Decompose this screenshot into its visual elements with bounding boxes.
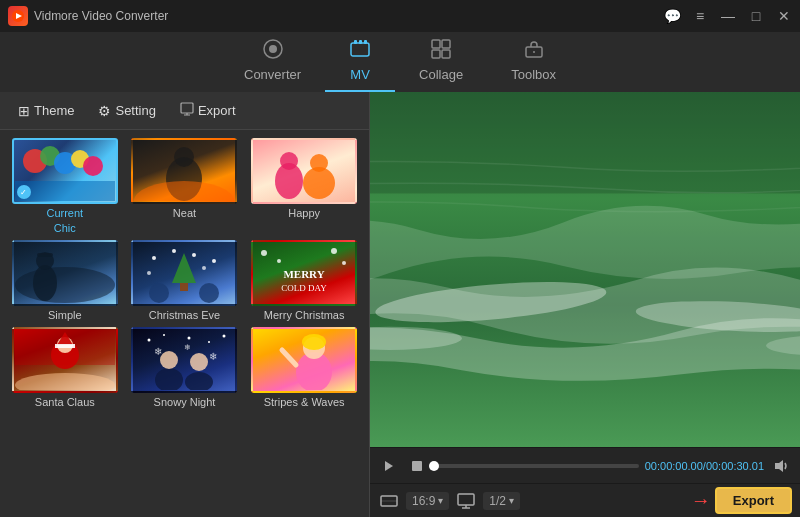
app-logo	[8, 6, 28, 26]
svg-rect-6	[359, 40, 362, 44]
svg-point-37	[147, 271, 151, 275]
svg-marker-77	[385, 461, 393, 471]
progress-bar[interactable]	[434, 464, 639, 468]
svg-rect-78	[412, 461, 422, 471]
nav-mv-label: MV	[350, 67, 370, 82]
svg-point-28	[310, 154, 328, 172]
theme-neat[interactable]: Neat	[128, 138, 242, 234]
title-bar: Vidmore Video Converter 💬 ≡ — □ ✕	[0, 0, 800, 32]
svg-rect-32	[37, 253, 53, 257]
secondary-controls: 16:9 ▾ 1/2 ▾ → Export	[370, 483, 800, 517]
svg-rect-54	[55, 344, 75, 348]
svg-text:❄: ❄	[184, 343, 191, 352]
minimize-button[interactable]: —	[720, 8, 736, 24]
simple-thumb-deco	[14, 242, 116, 304]
svg-point-41	[149, 283, 169, 303]
nav-toolbox[interactable]: Toolbox	[487, 30, 580, 92]
svg-point-45	[261, 250, 267, 256]
video-preview	[370, 92, 800, 447]
svg-text:❄: ❄	[154, 346, 162, 357]
chat-button[interactable]: 💬	[664, 8, 680, 24]
snowy-night-thumb-deco: ❄ ❄ ❄	[133, 329, 235, 391]
nav-converter[interactable]: Converter	[220, 30, 325, 92]
chic-sublabel: Chic	[54, 222, 76, 234]
maximize-button[interactable]: □	[748, 8, 764, 24]
svg-point-59	[223, 335, 226, 338]
merry-christmas-thumb-deco: MERRY COLD DAY	[253, 242, 355, 304]
export-arrow-area: → Export	[691, 487, 792, 514]
theme-christmas-eve-label: Christmas Eve	[149, 309, 221, 321]
theme-stripes-waves[interactable]: Stripes & Waves	[247, 327, 361, 408]
theme-christmas-eve[interactable]: Christmas Eve	[128, 240, 242, 321]
nav-mv[interactable]: MV	[325, 30, 395, 92]
tab-setting-label: Setting	[115, 103, 155, 118]
export-tab-icon	[180, 102, 194, 119]
theme-merry-christmas[interactable]: MERRY COLD DAY Merry Christmas	[247, 240, 361, 321]
title-bar-left: Vidmore Video Converter	[8, 6, 168, 26]
christmas-eve-thumb-deco	[133, 242, 235, 304]
svg-point-65	[185, 372, 213, 390]
svg-rect-11	[442, 50, 450, 58]
svg-point-26	[280, 152, 298, 170]
tab-export[interactable]: Export	[170, 98, 246, 123]
svg-point-33	[152, 256, 156, 260]
close-button[interactable]: ✕	[776, 8, 792, 24]
santa-thumb-deco	[14, 329, 116, 391]
nav-collage-label: Collage	[419, 67, 463, 82]
theme-snowy-night-label: Snowy Night	[154, 396, 216, 408]
theme-snowy-night[interactable]: ❄ ❄ ❄ Snowy Night	[128, 327, 242, 408]
svg-point-35	[192, 253, 196, 257]
menu-button[interactable]: ≡	[692, 8, 708, 24]
svg-point-38	[202, 266, 206, 270]
svg-point-58	[208, 341, 210, 343]
nav-converter-label: Converter	[244, 67, 301, 82]
quality-value: 1/2	[489, 494, 506, 508]
neat-thumb-deco	[133, 140, 235, 202]
stripes-waves-thumb-deco	[253, 329, 355, 391]
svg-point-55	[148, 339, 151, 342]
main-content: ⊞ Theme ⚙ Setting Export	[0, 92, 800, 517]
theme-tab-icon: ⊞	[18, 103, 30, 119]
theme-happy[interactable]: Happy	[247, 138, 361, 234]
happy-thumb-deco	[253, 140, 355, 202]
toolbox-icon	[523, 38, 545, 65]
svg-point-64	[160, 351, 178, 369]
svg-point-56	[163, 334, 165, 336]
theme-neat-label: Neat	[173, 207, 196, 219]
volume-button[interactable]	[770, 455, 792, 477]
theme-santa-claus[interactable]: Santa Claus	[8, 327, 122, 408]
svg-point-34	[172, 249, 176, 253]
svg-marker-79	[775, 460, 783, 472]
svg-point-23	[174, 147, 194, 167]
tab-theme[interactable]: ⊞ Theme	[8, 99, 84, 123]
theme-merry-christmas-label: Merry Christmas	[264, 309, 345, 321]
svg-rect-14	[181, 103, 193, 113]
svg-line-70	[282, 350, 296, 365]
svg-point-66	[190, 353, 208, 371]
collage-icon	[430, 38, 452, 65]
theme-simple[interactable]: Simple	[8, 240, 122, 321]
svg-rect-76	[370, 92, 800, 193]
play-button[interactable]	[378, 455, 400, 477]
theme-current[interactable]: Current Chic	[8, 138, 122, 234]
app-title: Vidmore Video Converter	[34, 9, 168, 23]
svg-point-19	[83, 156, 103, 176]
tab-row: ⊞ Theme ⚙ Setting Export	[0, 92, 369, 130]
export-arrow-icon: →	[691, 489, 711, 512]
nav-collage[interactable]: Collage	[395, 30, 487, 92]
video-controls: 00:00:00.00/00:00:30.01	[370, 447, 800, 483]
aspect-ratio-selector[interactable]: 16:9 ▾	[406, 492, 449, 510]
export-button[interactable]: Export	[715, 487, 792, 514]
quality-selector[interactable]: 1/2 ▾	[483, 492, 520, 510]
svg-rect-82	[458, 494, 474, 505]
tab-setting[interactable]: ⚙ Setting	[88, 99, 165, 123]
stop-button[interactable]	[406, 455, 428, 477]
aspect-ratio-value: 16:9	[412, 494, 435, 508]
secondary-left-controls: 16:9 ▾ 1/2 ▾	[378, 490, 520, 512]
svg-rect-4	[351, 43, 369, 56]
theme-simple-label: Simple	[48, 309, 82, 321]
theme-stripes-waves-label: Stripes & Waves	[264, 396, 345, 408]
aspect-ratio-icon	[378, 490, 400, 512]
svg-rect-7	[364, 40, 367, 44]
svg-point-30	[33, 265, 57, 301]
